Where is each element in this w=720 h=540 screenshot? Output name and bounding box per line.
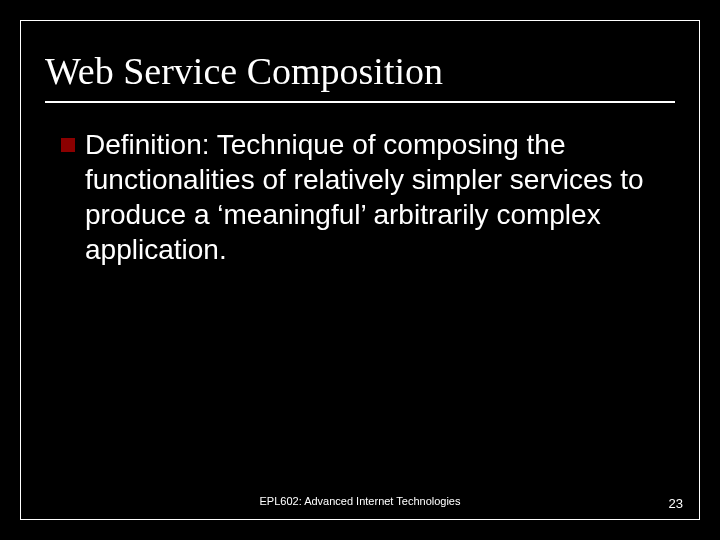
page-number: 23	[669, 496, 683, 511]
square-bullet-icon	[61, 138, 75, 152]
bullet-text: Definition: Technique of composing the f…	[85, 127, 659, 267]
slide-title: Web Service Composition	[21, 21, 699, 101]
title-divider	[45, 101, 675, 103]
bullet-item: Definition: Technique of composing the f…	[61, 127, 659, 267]
slide-content: Definition: Technique of composing the f…	[21, 127, 699, 267]
slide-footer: EPL602: Advanced Internet Technologies	[21, 495, 699, 507]
slide-frame: Web Service Composition Definition: Tech…	[20, 20, 700, 520]
